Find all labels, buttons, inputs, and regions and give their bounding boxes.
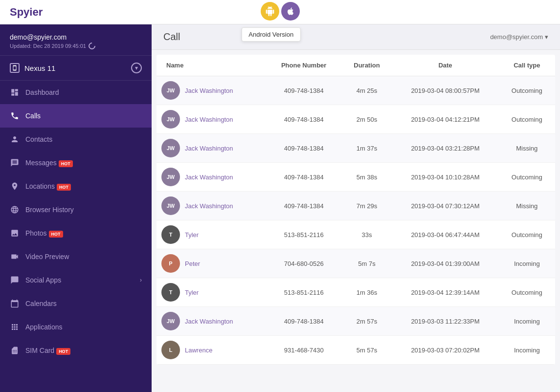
table-row: JW Jack Washington 409-748-1384 1m 37s 2… [157,134,555,163]
contact-name[interactable]: Jack Washington [185,174,233,181]
contact-name[interactable]: Jack Washington [185,202,233,210]
calendar-icon [10,299,20,308]
sidebar-item-social-apps[interactable]: Social Apps › [0,268,152,292]
navigation-list: Dashboard Calls Contacts MessagesHOT Loc… [0,81,152,362]
main-layout: demo@spyier.com Updated: Dec 28 2019 09:… [0,24,560,392]
top-header: Spyier Android Version [0,0,560,24]
contact-name[interactable]: Jack Washington [185,145,233,152]
col-name: Name [157,55,266,76]
device-info: Nexus 11 [10,63,55,73]
contact-cell: JW Jack Washington [157,307,266,336]
date-cell: 2019-03-04 08:00:57PM [392,76,498,105]
platform-icons: Android Version [261,2,300,21]
android-platform-button[interactable] [261,2,279,21]
sidebar-item-calendars[interactable]: Calendars [0,292,152,315]
sidebar-item-sim-card[interactable]: SIM CardHOT [0,339,152,362]
page-title: Call [163,31,180,43]
calltype-cell: Outcoming [499,278,555,307]
avatar: P [161,254,180,273]
expand-arrow-icon: › [140,277,142,283]
phone-cell: 409-748-1384 [266,134,342,163]
sidebar-item-video-preview[interactable]: Video Preview [0,245,152,268]
table-row: JW Jack Washington 409-748-1384 7m 29s 2… [157,192,555,220]
photos-icon [10,228,20,238]
avatar: JW [161,81,180,100]
content-user[interactable]: demo@spyier.com ▾ [490,33,548,41]
duration-cell: 2m 57s [342,307,392,336]
col-duration: Duration [342,55,392,76]
col-phone: Phone Number [266,55,342,76]
contact-name[interactable]: Jack Washington [185,318,233,325]
contact-cell: JW Jack Washington [157,163,266,192]
contact-name[interactable]: Peter [185,260,200,267]
sidebar-item-label: Browser History [25,206,142,214]
phone-cell: 513-851-2116 [266,278,342,307]
app-logo: Spyier [10,6,43,19]
calltype-cell: Outcoming [499,76,555,105]
calls-table-container: Name Phone Number Duration Date Call typ… [152,50,560,392]
sidebar-item-label: Calls [25,112,142,120]
contacts-icon [10,134,20,144]
sidebar-item-contacts[interactable]: Contacts [0,128,152,151]
refresh-icon[interactable] [87,41,97,51]
contact-name[interactable]: Tyler [185,231,199,239]
table-row: JW Jack Washington 409-748-1384 5m 38s 2… [157,163,555,192]
sidebar-item-label: Social Apps [25,276,134,284]
sidebar-item-label: Calendars [25,300,142,307]
calltype-cell: Incoming [499,249,555,278]
duration-cell: 33s [342,220,392,249]
hot-badge: HOT [56,348,70,355]
contact-cell: JW Jack Washington [157,105,266,134]
sidebar: demo@spyier.com Updated: Dec 28 2019 09:… [0,24,152,392]
content-user-email: demo@spyier.com [490,33,543,41]
sidebar-item-messages[interactable]: MessagesHOT [0,151,152,174]
duration-cell: 2m 50s [342,105,392,134]
date-cell: 2019-03-04 07:30:12AM [392,192,498,220]
device-selector[interactable]: Nexus 11 [0,56,152,81]
table-row: JW Jack Washington 409-748-1384 2m 50s 2… [157,105,555,134]
contact-name[interactable]: Lawrence [185,347,212,354]
calls-icon [10,111,20,121]
col-calltype: Call type [499,55,555,76]
phone-cell: 409-748-1384 [266,307,342,336]
avatar: JW [161,110,180,129]
duration-cell: 5m 38s [342,163,392,192]
date-cell: 2019-03-04 10:10:28AM [392,163,498,192]
sidebar-item-dashboard[interactable]: Dashboard [0,81,152,104]
sidebar-item-applications[interactable]: Applications [0,315,152,339]
sidebar-item-browser-history[interactable]: Browser History [0,198,152,221]
calltype-cell: Outcoming [499,163,555,192]
social-icon [10,275,20,285]
phone-cell: 409-748-1384 [266,163,342,192]
table-row: JW Jack Washington 409-748-1384 2m 57s 2… [157,307,555,336]
sim-icon [10,346,20,355]
calls-table: Name Phone Number Duration Date Call typ… [157,55,555,365]
contact-name[interactable]: Jack Washington [185,87,233,94]
date-cell: 2019-03-03 11:22:33PM [392,307,498,336]
calltype-cell: Missing [499,192,555,220]
calltype-cell: Outcoming [499,220,555,249]
apple-platform-button[interactable] [281,2,300,21]
date-cell: 2019-03-04 01:39:00AM [392,249,498,278]
phone-cell: 513-851-2116 [266,220,342,249]
hot-badge: HOT [49,231,63,238]
phone-cell: 409-748-1384 [266,76,342,105]
calltype-cell: Incoming [499,336,555,365]
contact-cell: P Peter [157,249,266,278]
sidebar-item-calls[interactable]: Calls [0,104,152,128]
apps-icon [10,322,20,332]
sidebar-item-label: Dashboard [25,88,142,96]
date-cell: 2019-03-04 06:47:44AM [392,220,498,249]
sidebar-item-photos[interactable]: PhotosHOT [0,221,152,245]
date-cell: 2019-03-03 07:20:02PM [392,336,498,365]
avatar: L [161,341,180,359]
avatar: JW [161,168,180,186]
contact-name[interactable]: Jack Washington [185,116,233,123]
browser-icon [10,205,20,215]
contact-cell: JW Jack Washington [157,76,266,105]
device-chevron-icon[interactable] [131,63,142,73]
duration-cell: 5m 7s [342,249,392,278]
calltype-cell: Incoming [499,307,555,336]
contact-name[interactable]: Tyler [185,289,199,296]
sidebar-item-locations[interactable]: LocationsHOT [0,174,152,198]
